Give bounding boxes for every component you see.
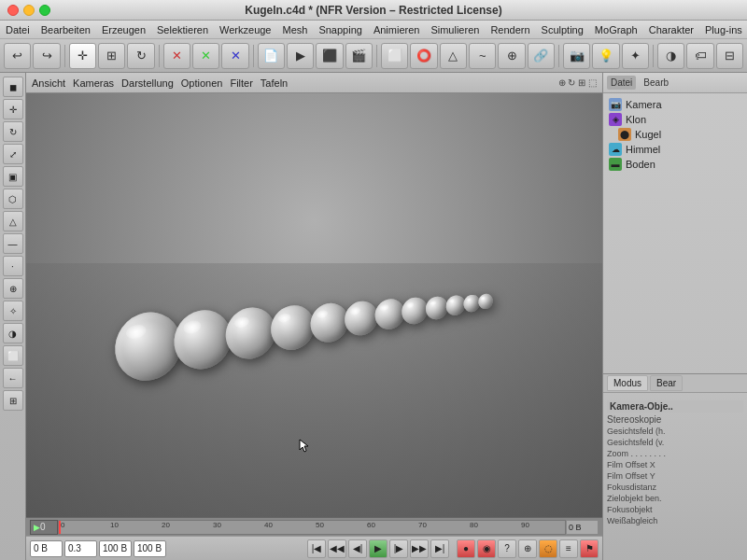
- left-icon-poly[interactable]: △: [3, 211, 23, 231]
- toolbar-bend[interactable]: ~: [469, 43, 496, 69]
- menu-animieren[interactable]: Animieren: [374, 24, 420, 35]
- menu-mesh[interactable]: Mesh: [282, 24, 307, 35]
- toolbar-sep-2: [159, 45, 160, 67]
- pb-current-frame[interactable]: 0.3: [64, 540, 97, 557]
- pb-prev-keyframe[interactable]: ◀|: [348, 539, 367, 558]
- toolbar-new[interactable]: 📄: [258, 43, 285, 69]
- pb-auto[interactable]: ⚑: [580, 539, 599, 558]
- pb-layer[interactable]: ≡: [559, 539, 578, 558]
- toolbar-render2[interactable]: ⬛: [316, 43, 343, 69]
- tree-item-kugel[interactable]: ⬤ Kugel: [607, 127, 743, 142]
- vp-filter[interactable]: Filter: [230, 77, 252, 89]
- maximize-button[interactable]: [39, 5, 50, 16]
- props-tab-modus[interactable]: Modus: [607, 375, 648, 391]
- pb-record2[interactable]: ◉: [477, 539, 496, 558]
- left-icon-arr[interactable]: ←: [3, 368, 23, 388]
- left-icon-tweak[interactable]: ✧: [3, 301, 23, 321]
- pb-settings[interactable]: ?: [498, 539, 516, 558]
- toolbar-mat[interactable]: ◑: [657, 43, 684, 69]
- left-icon-lasso[interactable]: ⬡: [3, 189, 23, 209]
- toolbar-axis-z[interactable]: ✕: [221, 43, 248, 69]
- main-toolbar: ↩ ↪ ✛ ⊞ ↻ ✕ ✕ ✕ 📄 ▶ ⬛ 🎬 ⬜ ⭕ △ ~ ⊕ 🔗 📷 💡 …: [0, 39, 747, 73]
- toolbar-spline[interactable]: ✦: [622, 43, 649, 69]
- toolbar-obj2[interactable]: ⭕: [410, 43, 437, 69]
- pb-play[interactable]: ▶: [369, 539, 388, 558]
- pb-sync[interactable]: ⊕: [518, 539, 537, 558]
- toolbar-sep-6: [653, 45, 654, 67]
- toolbar-tag[interactable]: 🏷: [686, 43, 713, 69]
- 3d-viewport[interactable]: [26, 93, 602, 517]
- close-button[interactable]: [7, 5, 19, 16]
- left-icon-select[interactable]: ▣: [3, 166, 23, 187]
- sphere-mesh-12: [477, 292, 494, 310]
- rp-tab-datei[interactable]: Datei: [607, 76, 636, 90]
- menu-charakter[interactable]: Charakter: [649, 24, 694, 35]
- prop-label-stereo: Stereoskopie: [607, 414, 682, 425]
- timeline[interactable]: ▶ 0 0 10 20 30 40 50 60 70 80 90 0 B: [26, 517, 602, 536]
- toolbar-rotate[interactable]: ↻: [127, 43, 154, 69]
- vp-ansicht[interactable]: Ansicht: [32, 77, 65, 89]
- menu-werkzeuge[interactable]: Werkzeuge: [219, 24, 271, 35]
- toolbar-obj5[interactable]: 🔗: [528, 43, 555, 69]
- tree-item-kamera[interactable]: 📷 Kamera: [607, 97, 743, 112]
- pb-prev-frame[interactable]: ◀◀: [328, 539, 346, 558]
- left-icon-cube[interactable]: ⬜: [3, 345, 23, 366]
- toolbar-obj1[interactable]: ⬜: [381, 43, 408, 69]
- tree-item-boden[interactable]: ▬ Boden: [607, 157, 743, 172]
- vp-darstellung[interactable]: Darstellung: [121, 77, 174, 89]
- tick-90: 90: [521, 521, 529, 529]
- props-tab-bearb[interactable]: Bear: [650, 375, 683, 391]
- pb-100-frame[interactable]: 100 B: [99, 540, 132, 557]
- menu-snapping[interactable]: Snapping: [318, 24, 362, 35]
- menu-erzeugen[interactable]: Erzeugen: [102, 24, 146, 35]
- tree-item-klon[interactable]: ◈ Klon: [607, 112, 743, 127]
- toolbar-scale[interactable]: ⊞: [98, 43, 125, 69]
- left-icon-scale[interactable]: ⤢: [3, 144, 23, 164]
- pb-motion[interactable]: ◌: [539, 539, 557, 558]
- tree-item-himmel[interactable]: ☁ Himmel: [607, 142, 743, 157]
- toolbar-undo[interactable]: ↩: [4, 43, 31, 69]
- toolbar-axis-y[interactable]: ✕: [192, 43, 219, 69]
- toolbar-obj3[interactable]: △: [440, 43, 467, 69]
- pb-end-frame[interactable]: 100 B: [134, 540, 166, 557]
- vp-optionen[interactable]: Optionen: [181, 77, 223, 89]
- toolbar-obj4[interactable]: ⊕: [498, 43, 525, 69]
- menu-bearbeiten[interactable]: Bearbeiten: [41, 24, 91, 35]
- toolbar-sep-5: [558, 45, 559, 67]
- minimize-button[interactable]: [23, 5, 35, 16]
- left-icon-move[interactable]: ✛: [3, 99, 23, 119]
- pb-start-frame[interactable]: 0 B: [30, 540, 63, 557]
- toolbar-camera[interactable]: 📷: [563, 43, 590, 69]
- toolbar-anim[interactable]: 🎬: [345, 43, 373, 69]
- toolbar-field[interactable]: ⊟: [716, 43, 743, 69]
- menu-simulieren[interactable]: Simulieren: [430, 24, 479, 35]
- toolbar-light[interactable]: 💡: [592, 43, 619, 69]
- left-icon-live[interactable]: ⊕: [3, 278, 23, 299]
- toolbar-render[interactable]: ▶: [287, 43, 314, 69]
- pb-next-keyframe[interactable]: |▶: [389, 539, 408, 558]
- menu-plugins[interactable]: Plug-ins: [705, 24, 742, 35]
- menu-mograph[interactable]: MoGraph: [595, 24, 638, 35]
- menu-rendern[interactable]: Rendern: [490, 24, 529, 35]
- pb-record[interactable]: ●: [457, 539, 475, 558]
- pb-next-frame[interactable]: ▶▶: [410, 539, 429, 558]
- toolbar-axis-x[interactable]: ✕: [163, 43, 190, 69]
- left-icon-snap[interactable]: ⊞: [3, 390, 23, 411]
- pb-goto-end[interactable]: ▶|: [430, 539, 449, 558]
- left-icon-perspective[interactable]: ◼: [3, 77, 23, 97]
- vp-tafeln[interactable]: Tafeln: [261, 77, 288, 89]
- menu-sculpting[interactable]: Sculpting: [542, 24, 584, 35]
- vp-kameras[interactable]: Kameras: [73, 77, 114, 89]
- left-icon-point[interactable]: ·: [3, 256, 23, 276]
- menu-datei[interactable]: Datei: [6, 24, 30, 35]
- rp-tab-bearb[interactable]: Bearb: [640, 76, 672, 90]
- left-icon-mat[interactable]: ◑: [3, 323, 23, 343]
- toolbar-move[interactable]: ✛: [69, 43, 96, 69]
- left-icon-rotate[interactable]: ↻: [3, 121, 23, 142]
- toolbar-redo[interactable]: ↪: [33, 43, 60, 69]
- pb-goto-start[interactable]: |◀: [307, 539, 326, 558]
- menu-selektieren[interactable]: Selektieren: [157, 24, 208, 35]
- viewport-container: Ansicht Kameras Darstellung Optionen Fil…: [26, 73, 602, 560]
- timeline-ruler[interactable]: 0 10 20 30 40 50 60 70 80 90: [58, 520, 566, 535]
- left-icon-edge[interactable]: —: [3, 233, 23, 254]
